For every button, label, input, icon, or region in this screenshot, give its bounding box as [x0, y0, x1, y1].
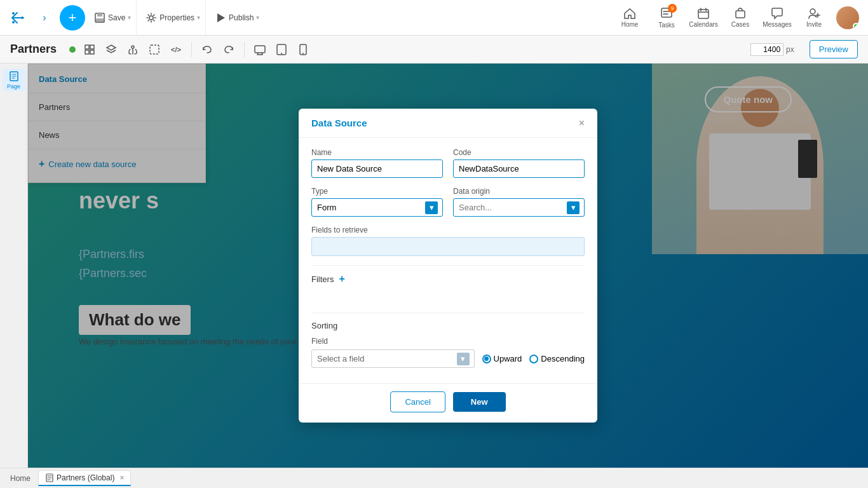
new-button[interactable]: New [453, 392, 506, 412]
descending-label: Descending [541, 354, 585, 363]
name-label: Name [311, 148, 443, 157]
data-origin-group: Data origin ▾ [453, 187, 585, 217]
toolbar-icons: </> [81, 41, 312, 58]
modal-overlay: Data Source × Name Code [28, 64, 868, 468]
data-origin-label: Data origin [453, 187, 585, 196]
modal-header: Data Source × [299, 109, 597, 138]
publish-dropdown-icon[interactable]: ▾ [256, 14, 259, 21]
svg-rect-5 [96, 18, 104, 22]
svg-rect-14 [85, 50, 89, 54]
left-sidebar: Page [0, 64, 28, 468]
properties-action[interactable]: Properties ▾ [140, 0, 206, 36]
type-origin-row: Type Form List Table ▾ Dat [311, 187, 585, 217]
top-nav-right: Home 9 Tasks Calendars Cas [613, 0, 862, 36]
avatar-item[interactable] [834, 0, 862, 36]
type-select-wrap: Form List Table ▾ [311, 198, 443, 217]
nav-cases-item[interactable]: Cases [723, 0, 757, 36]
data-origin-input[interactable] [453, 198, 585, 217]
code-input[interactable] [453, 159, 585, 178]
nav-messages-item[interactable]: Messages [760, 0, 794, 36]
data-origin-select-wrap: ▾ [453, 198, 585, 217]
tasks-badge-wrap: 9 [660, 6, 673, 20]
editor-toolbar: Partners </> [0, 36, 868, 64]
sidebar-page-icon[interactable]: Page [3, 69, 25, 92]
sorting-label: Sorting [311, 321, 585, 330]
nav-invite-item[interactable]: Invite [797, 0, 831, 36]
nav-home-item[interactable]: Home [613, 0, 647, 36]
filters-row: Filters + [311, 273, 585, 285]
invite-nav-label: Invite [806, 21, 822, 28]
name-input[interactable] [311, 159, 443, 178]
svg-point-0 [12, 12, 15, 15]
sorting-divider [311, 313, 585, 313]
svg-rect-13 [90, 45, 94, 49]
top-nav-left: › + Save ▾ Properties ▾ Publish [6, 0, 264, 36]
upward-label: Upward [494, 354, 522, 363]
svg-rect-4 [97, 13, 102, 17]
svg-rect-15 [90, 50, 94, 54]
descending-radio[interactable]: Descending [529, 354, 585, 363]
top-nav: › + Save ▾ Properties ▾ Publish [0, 0, 868, 36]
upward-radio[interactable]: Upward [482, 354, 522, 363]
nav-calendars-item[interactable]: Calendars [686, 0, 721, 36]
type-label: Type [311, 187, 443, 196]
toolbar-separator-2 [244, 42, 245, 57]
svg-rect-18 [255, 46, 265, 53]
type-select[interactable]: Form List Table [311, 198, 443, 217]
nav-back-icon[interactable]: › [33, 6, 56, 29]
anchor-icon[interactable] [124, 41, 142, 58]
code-group: Code [453, 148, 585, 178]
tab-partners-global[interactable]: Partners (Global) × [38, 470, 131, 486]
fields-label: Fields to retrieve [311, 226, 585, 234]
logo-icon[interactable] [6, 6, 29, 29]
save-dropdown-icon[interactable]: ▾ [128, 14, 131, 21]
cancel-button[interactable]: Cancel [390, 391, 445, 412]
tab-close-icon[interactable]: × [119, 473, 124, 482]
desktop-view-icon[interactable] [251, 41, 269, 58]
name-code-row: Name Code [311, 148, 585, 178]
bottom-home-link[interactable]: Home [5, 471, 36, 485]
width-input[interactable] [750, 43, 783, 56]
undo-icon[interactable] [198, 41, 216, 58]
modal-body: Name Code Type [299, 138, 597, 378]
descending-radio-circle [529, 355, 538, 363]
svg-point-11 [810, 9, 815, 14]
nav-tasks-item[interactable]: 9 Tasks [649, 0, 684, 36]
sorting-field-select[interactable]: Select a field [311, 349, 475, 368]
properties-label: Properties [159, 13, 194, 22]
page-title: Partners [10, 43, 57, 56]
tablet-view-icon[interactable] [273, 41, 290, 58]
mobile-view-icon[interactable] [294, 41, 312, 58]
code-icon[interactable]: </> [167, 41, 185, 58]
grid-icon[interactable] [81, 41, 98, 58]
add-button[interactable]: + [60, 5, 85, 30]
svg-rect-12 [85, 45, 89, 49]
fields-input[interactable] [311, 237, 585, 256]
tasks-nav-label: Tasks [658, 22, 675, 29]
data-source-modal: Data Source × Name Code [299, 109, 597, 423]
save-action[interactable]: Save ▾ [89, 0, 137, 36]
select-icon[interactable] [146, 41, 163, 58]
cases-nav-label: Cases [731, 21, 749, 28]
page-canvas: Quote now We have everyt so tha never s … [28, 64, 868, 468]
home-nav-label: Home [621, 21, 639, 28]
modal-close-button[interactable]: × [579, 118, 585, 128]
preview-button[interactable]: Preview [810, 40, 858, 58]
sorting-row: Select a field ▾ Upward Descending [311, 349, 585, 368]
publish-action[interactable]: Publish ▾ [210, 0, 264, 36]
properties-dropdown-icon[interactable]: ▾ [197, 14, 200, 21]
publish-label: Publish [229, 13, 254, 22]
layers-icon[interactable] [102, 41, 120, 58]
svg-point-6 [149, 16, 153, 20]
width-field: px [750, 43, 794, 56]
type-group: Type Form List Table ▾ [311, 187, 443, 217]
filters-add-icon[interactable]: + [339, 273, 344, 285]
svg-rect-9 [698, 10, 709, 18]
redo-icon[interactable] [220, 41, 238, 58]
modal-title: Data Source [311, 118, 367, 128]
save-label: Save [108, 13, 125, 22]
fields-group: Fields to retrieve [311, 226, 585, 256]
tab-page-icon [45, 473, 54, 482]
page-sidebar-label: Page [7, 83, 20, 90]
px-unit-label: px [786, 45, 794, 54]
